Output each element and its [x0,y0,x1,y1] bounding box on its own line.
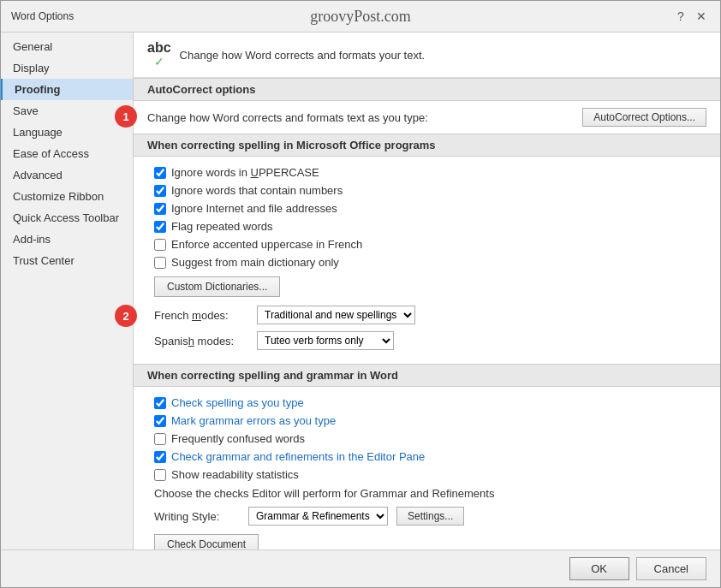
checkbox-show-readability: Show readability statistics [154,466,706,484]
checkbox-ignore-uppercase-label: Ignore words in UPPERCASE [171,166,319,179]
checkbox-flag-repeated-label: Flag repeated words [171,220,273,233]
badge-1: 1 [115,105,137,128]
main-content: abc ✓ Change how Word corrects and forma… [134,33,720,549]
title-bar: Word Options groovyPost.com ? ✕ [1,1,720,33]
sidebar-item-add-ins[interactable]: Add-ins [1,229,133,250]
spelling-word-section-header: When correcting spelling and grammar in … [134,364,720,387]
checkbox-ignore-internet-label: Ignore Internet and file addresses [171,202,337,215]
badge-2: 2 [115,305,137,327]
close-button[interactable]: ✕ [693,8,710,25]
checkbox-suggest-main-input[interactable] [154,257,166,269]
autocorrect-options-row: Change how Word corrects and formats tex… [134,101,720,134]
writing-style-row: Writing Style: Grammar & Refinements Gra… [154,503,706,529]
abc-icon: abc ✓ [147,41,171,68]
checkbox-confused-words-input[interactable] [154,433,166,445]
checkbox-check-grammar-label[interactable]: Check grammar and refinements in the Edi… [171,450,425,463]
spanish-mode-label: Spanish modes: [154,335,248,347]
checkbox-ignore-numbers-input[interactable] [154,185,166,197]
checkbox-mark-grammar-input[interactable] [154,415,166,427]
dialog-title: Word Options [11,10,74,22]
checkbox-show-readability-label: Show readability statistics [171,468,299,481]
french-mode-select[interactable]: Traditional and new spellings Traditiona… [257,306,415,324]
checkbox-check-spelling-input[interactable] [154,397,166,409]
checkbox-confused-words: Frequently confused words [154,430,706,448]
checkbox-check-spelling: Check spelling as you type [154,394,706,412]
checkbox-enforce-accented: Enforce accented uppercase in French [154,235,706,253]
sidebar-item-language[interactable]: Language [1,122,133,143]
title-bar-controls: ? ✕ [672,8,710,25]
word-options-dialog: Word Options groovyPost.com ? ✕ General … [0,0,721,588]
spanish-mode-select[interactable]: Tuteo verb forms only Voseo verb forms o… [257,331,394,350]
cancel-button[interactable]: Cancel [636,557,706,580]
checkbox-ignore-numbers: Ignore words that contain numbers [154,181,706,199]
spanish-mode-row: Spanish modes: Tuteo verb forms only Vos… [154,328,706,353]
sidebar-item-customize-ribbon[interactable]: Customize Ribbon [1,186,133,207]
settings-button[interactable]: Settings... [396,507,464,526]
checkbox-ignore-internet: Ignore Internet and file addresses [154,199,706,217]
checkbox-ignore-uppercase: Ignore words in UPPERCASE [154,163,706,181]
sidebar-item-trust-center[interactable]: Trust Center [1,250,133,271]
help-button[interactable]: ? [672,8,689,25]
autocorrect-section-header: AutoCorrect options [134,78,720,101]
header-section: abc ✓ Change how Word corrects and forma… [134,33,720,78]
spelling-ms-section-header: When correcting spelling in Microsoft Of… [134,134,720,157]
sidebar-item-display[interactable]: Display [1,57,133,79]
checks-label: Choose the checks Editor will perform fo… [154,484,706,503]
checkbox-mark-grammar-label[interactable]: Mark grammar errors as you type [171,414,336,427]
footer: OK Cancel [1,549,720,587]
checkbox-suggest-main: Suggest from main dictionary only [154,253,706,271]
check-mark-icon: ✓ [154,55,164,68]
ok-button[interactable]: OK [569,557,629,580]
content-scroll: AutoCorrect options Change how Word corr… [134,78,720,549]
autocorrect-options-button[interactable]: AutoCorrect Options... [582,108,706,127]
checkbox-mark-grammar: Mark grammar errors as you type [154,412,706,430]
watermark: groovyPost.com [310,8,411,26]
writing-style-select[interactable]: Grammar & Refinements Grammar Only [248,507,388,526]
checkbox-flag-repeated-input[interactable] [154,221,166,233]
sidebar-item-proofing[interactable]: Proofing [1,79,133,100]
checkbox-confused-words-label: Frequently confused words [171,432,305,445]
checkbox-suggest-main-label: Suggest from main dictionary only [171,256,339,269]
spelling-ms-content: Ignore words in UPPERCASE Ignore words t… [134,157,720,364]
checkbox-flag-repeated: Flag repeated words [154,217,706,235]
writing-style-label: Writing Style: [154,510,240,523]
checkbox-enforce-accented-input[interactable] [154,239,166,251]
french-mode-row: French modes: Traditional and new spelli… [154,302,706,328]
checkbox-ignore-internet-input[interactable] [154,203,166,215]
checkbox-show-readability-input[interactable] [154,469,166,481]
checkbox-ignore-uppercase-input[interactable] [154,167,166,179]
sidebar-item-advanced[interactable]: Advanced [1,164,133,186]
checkbox-check-spelling-label[interactable]: Check spelling as you type [171,396,304,409]
dialog-body: General Display Proofing Save Language E… [1,33,720,549]
checkbox-check-grammar: Check grammar and refinements in the Edi… [154,448,706,466]
spelling-word-content: Check spelling as you type Mark grammar … [134,387,720,549]
check-document-button[interactable]: Check Document [154,534,259,549]
header-description: Change how Word corrects and formats you… [180,49,426,62]
sidebar-item-general[interactable]: General [1,36,133,57]
abc-label: abc [147,41,171,55]
sidebar-item-save[interactable]: Save [1,100,133,122]
checkbox-ignore-numbers-label: Ignore words that contain numbers [171,184,343,197]
checkbox-check-grammar-input[interactable] [154,451,166,463]
sidebar-item-quick-access-toolbar[interactable]: Quick Access Toolbar [1,207,133,229]
sidebar-item-ease-of-access[interactable]: Ease of Access [1,143,133,164]
sidebar: General Display Proofing Save Language E… [1,33,134,549]
custom-dictionaries-button[interactable]: Custom Dictionaries... [154,276,280,297]
autocorrect-description: Change how Word corrects and formats tex… [147,111,428,124]
french-mode-label: French modes: [154,309,248,322]
checkbox-enforce-accented-label: Enforce accented uppercase in French [171,238,362,251]
